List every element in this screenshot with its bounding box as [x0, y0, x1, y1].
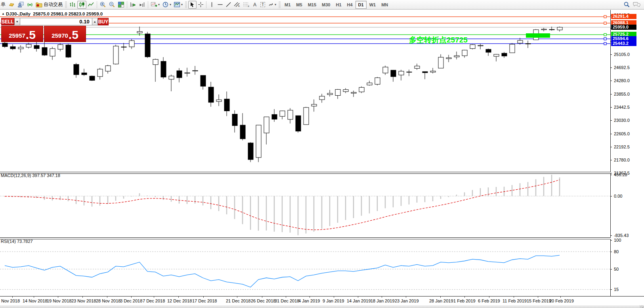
collapse-trade-panel-icon[interactable]: ▲ — [2, 12, 5, 15]
axis-tick-mark — [610, 67, 612, 68]
candlestick-chart-icon[interactable] — [77, 1, 86, 9]
rsi-line — [5, 255, 560, 287]
date-tick-mark — [58, 296, 58, 298]
arrows-icon[interactable]: ▾ — [267, 1, 277, 9]
auto-scroll-icon[interactable] — [128, 1, 138, 9]
indicator-grid-lines — [0, 196, 610, 289]
price-axis-label: 22605.0 — [614, 131, 630, 136]
axis-tick-mark — [610, 269, 612, 270]
trendline-icon[interactable] — [224, 1, 233, 9]
auto-trading-button[interactable]: 自动交易 — [34, 1, 64, 9]
timeframe-button-mn[interactable]: MN — [378, 1, 391, 9]
chart-title: ▲DJ30-,Daily 25875.0 25981.0 25823.0 259… — [2, 12, 103, 16]
accounts-icon[interactable] — [16, 1, 25, 9]
tile-windows-icon[interactable] — [117, 1, 126, 9]
level-line-handle[interactable] — [604, 33, 606, 36]
rsi-axis-label: 50 — [614, 267, 619, 271]
gold-icon[interactable] — [7, 1, 16, 9]
text-icon[interactable]: A — [251, 1, 259, 9]
toolbar-separator — [206, 1, 206, 8]
periods-icon[interactable]: ▾ — [161, 1, 172, 9]
axis-tick-mark — [610, 173, 612, 173]
rsi-axis-label: 15 — [614, 287, 619, 292]
highlight-rectangle[interactable] — [526, 33, 550, 38]
fibonacci-icon[interactable]: F — [242, 1, 251, 9]
pane-divider-rsi[interactable] — [0, 237, 611, 239]
date-axis-label: 4 Jan 2019 — [298, 298, 320, 303]
level-line-handle[interactable] — [604, 22, 606, 24]
chart-canvas[interactable] — [0, 10, 644, 306]
timeframe-button-w1[interactable]: W1 — [367, 1, 379, 9]
date-axis-label: 26 Dec 2018 — [251, 298, 275, 303]
signal-icon[interactable] — [25, 1, 34, 9]
date-axis-label: 7 Dec 2018 — [143, 298, 165, 303]
chart-ohlc-values: 25875.0 25981.0 25823.0 25959.0 — [33, 12, 103, 16]
date-tick-mark — [12, 296, 13, 298]
date-tick-mark — [489, 296, 489, 298]
buy-price-panel[interactable]: 25970 .5 — [44, 26, 86, 42]
price-axis-label: 25105.0 — [614, 52, 630, 57]
cursor-icon[interactable] — [188, 1, 197, 9]
level-line-handle[interactable] — [604, 38, 606, 40]
buy-price-frac: .5 — [69, 29, 78, 41]
date-axis-label: 14 Nov 2018 — [23, 298, 47, 303]
axis-tick-mark — [610, 107, 612, 108]
macd-histogram — [5, 175, 560, 235]
date-axis-label: Nov 2018 — [1, 298, 20, 303]
date-tick-mark — [514, 296, 514, 298]
timeframe-button-d1[interactable]: D1 — [355, 1, 367, 9]
toolbar-separator — [148, 1, 148, 8]
buy-button[interactable]: BUY — [98, 18, 109, 25]
timeframe-button-m1[interactable]: M1 — [282, 1, 293, 9]
axis-tick-mark — [610, 175, 612, 175]
toolbar-grip — [185, 2, 187, 8]
rsi-axis-label: 80 — [614, 249, 619, 254]
timeframe-button-m15[interactable]: M15 — [305, 1, 319, 9]
date-axis[interactable]: Nov 201814 Nov 201819 Nov 201823 Nov 201… — [0, 296, 644, 306]
line-chart-icon[interactable] — [86, 1, 96, 9]
date-axis-label: 14 Jan 2019 — [347, 298, 371, 303]
zoom-in-icon[interactable] — [98, 1, 107, 9]
level-line-handle[interactable] — [604, 15, 606, 18]
dropdown-caret-icon: ▾ — [275, 3, 276, 6]
macd-axis-label: 456.28 — [614, 172, 627, 177]
date-axis-label: 28 Jan 2019 — [429, 298, 453, 303]
date-axis-label: 23 Jan 2019 — [395, 298, 419, 303]
resize-grip-icon — [640, 305, 644, 308]
horizontal-line-icon[interactable] — [216, 1, 224, 9]
date-tick-mark — [237, 296, 237, 298]
date-axis-label: 20 Feb 2019 — [549, 298, 574, 303]
macd-indicator-label: MACD(12,26,9) 397.57 347.18 — [1, 173, 60, 178]
level-line-handle[interactable] — [604, 42, 606, 45]
crosshair-icon[interactable] — [197, 1, 205, 9]
search-icon[interactable] — [622, 1, 631, 9]
timeframe-button-h1[interactable]: H1 — [333, 1, 344, 9]
timeframe-button-m5[interactable]: M5 — [293, 1, 305, 9]
volume-decrease-button[interactable]: ▼ — [14, 18, 20, 25]
timeframe-button-h4[interactable]: H4 — [344, 1, 355, 9]
new-order-label: 单 — [1, 1, 6, 8]
sell-button[interactable]: SELL — [1, 18, 14, 25]
text-label-icon[interactable]: T — [259, 1, 267, 9]
price-axis-label: 23030.0 — [614, 118, 630, 123]
indicators-icon[interactable]: ▾ — [149, 1, 161, 9]
one-click-trade-panel: SELL ▼ ▲ BUY 25957 .5 25970 .5 — [1, 18, 86, 42]
bar-chart-icon[interactable] — [68, 1, 77, 9]
zoom-out-icon[interactable] — [107, 1, 117, 9]
date-axis-label: 19 Nov 2018 — [47, 298, 71, 303]
date-tick-mark — [131, 296, 132, 298]
date-tick-mark — [358, 296, 358, 298]
volume-increase-button[interactable]: ▲ — [92, 18, 98, 25]
timeframe-button-m30[interactable]: M30 — [319, 1, 333, 9]
chart-shift-icon[interactable] — [138, 1, 147, 9]
vertical-line-icon[interactable] — [208, 1, 216, 9]
new-order-button[interactable]: 单 — [0, 1, 7, 9]
axis-tick-mark — [610, 54, 612, 55]
pane-divider-macd[interactable] — [0, 172, 611, 174]
date-tick-mark — [203, 296, 204, 298]
sell-price-panel[interactable]: 25957 .5 — [1, 26, 43, 42]
templates-icon[interactable]: ▾ — [172, 1, 184, 9]
chat-icon[interactable] — [631, 1, 642, 9]
equidistant-channel-icon[interactable]: E — [233, 1, 242, 9]
volume-input[interactable] — [20, 18, 92, 25]
